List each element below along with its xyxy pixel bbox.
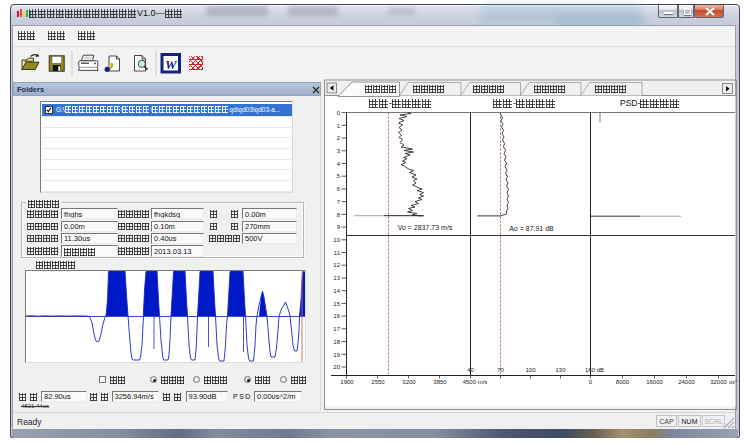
svg-text:3200: 3200	[402, 379, 416, 385]
svg-text:11: 11	[334, 250, 341, 256]
svg-text:15: 15	[333, 301, 340, 307]
svg-text:19: 19	[333, 352, 340, 358]
svg-text:10: 10	[333, 237, 340, 243]
svg-text:Ao = 87.91 dB: Ao = 87.91 dB	[509, 225, 554, 232]
svg-text:18: 18	[333, 339, 340, 345]
svg-text:4500 m/s: 4500 m/s	[463, 379, 488, 385]
svg-text:16000: 16000	[646, 379, 663, 385]
svg-text:13: 13	[333, 275, 340, 281]
svg-text:24000: 24000	[678, 379, 695, 385]
svg-text:W: W	[165, 57, 178, 72]
svg-text:8000: 8000	[616, 379, 630, 385]
svg-text:70: 70	[497, 367, 504, 373]
svg-text:2550: 2550	[371, 379, 385, 385]
svg-text:12: 12	[333, 262, 340, 268]
svg-text:160 dB: 160 dB	[585, 367, 604, 373]
svg-text:16: 16	[333, 313, 340, 319]
svg-text:32000: 32000	[710, 379, 727, 385]
svg-text:14: 14	[333, 288, 340, 294]
svg-text:Vo = 2837.73 m/s: Vo = 2837.73 m/s	[398, 224, 453, 231]
svg-text:130: 130	[555, 367, 566, 373]
svg-text:3850: 3850	[433, 379, 447, 385]
svg-text:17: 17	[333, 326, 340, 332]
svg-text:us^2/m: us^2/m	[729, 379, 737, 385]
svg-text:1900: 1900	[340, 379, 354, 385]
svg-text:100: 100	[525, 367, 536, 373]
svg-text:20: 20	[333, 364, 340, 370]
svg-text:40: 40	[467, 367, 474, 373]
